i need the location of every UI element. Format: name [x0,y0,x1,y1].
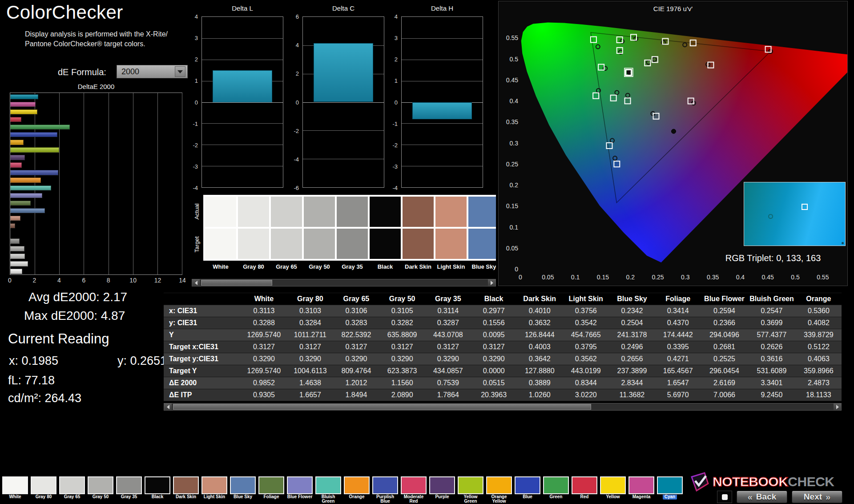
gridline [402,81,483,81]
table-cell: 0.9852 [241,377,287,389]
patch-actual-gray-65 [271,197,302,227]
swatch-name-row: WhiteGray 80Gray 65Gray 50Gray 35BlackDa… [203,263,496,270]
measure-indicator[interactable] [717,491,732,503]
table-cell: 174.4442 [655,329,701,341]
table-scrollbar[interactable] [164,403,842,411]
bottom-patch-foliage[interactable]: Foliage [257,476,286,504]
table-cell: 0.2342 [609,305,655,317]
patch-label: Cyan [656,495,684,504]
delta-h-title: Delta H [431,4,453,12]
patch-label: Blue [514,495,541,504]
patch-swatch [458,476,483,494]
gridline [35,93,35,274]
table-cell: 0.4010 [516,305,563,317]
patch-target-gray-80 [238,229,269,259]
y-tick-label: 0 [395,99,398,105]
gridline [157,93,158,274]
scroll-right-button[interactable] [834,403,841,410]
bottom-patch-blue[interactable]: Blue [513,476,542,504]
de-formula-dropdown[interactable]: 2000 [117,65,188,78]
bottom-patch-gray-35[interactable]: Gray 35 [115,476,143,504]
y-tick-label: 0.3 [510,140,519,147]
bottom-patch-yellow-green[interactable]: Yellow Green [456,476,485,504]
scrollbar-thumb[interactable] [173,404,591,410]
scrollbar-thumb[interactable] [201,280,272,286]
patch-label-text: Blue Sky [234,495,252,499]
bottom-patch-gray-50[interactable]: Gray 50 [86,476,115,504]
bottom-patch-purple[interactable]: Purple [428,476,456,504]
logo-text-notebook: NOTEBOOK [713,474,788,489]
y-tick-label: -6 [294,185,299,191]
table-cell: 1011.2711 [287,329,333,341]
results-table-container: WhiteGray 80Gray 65Gray 50Gray 35BlackDa… [164,293,842,402]
scrollbar-track[interactable] [200,279,488,286]
patch-actual-white [205,197,236,227]
delta-c-title: Delta C [332,4,354,12]
scroll-left-button[interactable] [164,403,172,410]
table-cell: 0.3290 [471,353,516,365]
bottom-patch-blue-flower[interactable]: Blue Flower [286,476,314,504]
patch-label: Green [542,495,570,504]
current-reading-label: Current Reading [8,331,109,347]
bottom-patch-dark-skin[interactable]: Dark Skin [172,476,200,504]
table-cell: 0.4370 [655,317,701,329]
bottom-patch-gray-65[interactable]: Gray 65 [58,476,86,504]
scroll-left-button[interactable] [192,279,200,286]
table-row-target-y: Target Y1269.57401004.6113809.4764623.38… [164,365,842,377]
bottom-patch-light-skin[interactable]: Light Skin [200,476,229,504]
bottom-patch-purplish-blue[interactable]: Purplish Blue [371,476,399,504]
bottom-patch-black[interactable]: Black [143,476,172,504]
table-cell: 339.8729 [796,329,842,341]
bottom-patch-moderate-red[interactable]: Moderate Red [399,476,428,504]
table-row-x-cie31: x: CIE310.31130.31030.31060.31050.31140.… [164,305,842,317]
table-cell: 443.0708 [425,329,471,341]
swatch-column-blue-sky [468,197,496,259]
x-tick-label: 0.4 [736,274,745,281]
next-button[interactable]: Next » [792,491,842,503]
y-tick-label: 0 [515,266,518,273]
scroll-right-button[interactable] [488,279,495,286]
table-cell: 0.3290 [333,353,379,365]
bottom-patch-red[interactable]: Red [570,476,599,504]
bottom-patch-orange-yellow[interactable]: Orange Yellow [485,476,513,504]
bottom-patch-bluish-green[interactable]: Bluish Green [314,476,342,504]
logo-text-check: CHECK [788,474,834,489]
bottom-patch-gray-80[interactable]: Gray 80 [29,476,58,504]
swatch-column-light-skin [435,197,467,259]
x-tick-label: 0.05 [542,274,554,281]
gridline [84,93,84,274]
bottom-patch-green[interactable]: Green [542,476,570,504]
x-tick-label: 0.25 [652,274,664,281]
patch-label-text: Bluish Green [322,495,335,504]
x-tick-label: 14 [179,277,186,284]
patch-label: Red [571,495,598,504]
patch-label: Yellow [599,495,627,504]
chevron-down-icon[interactable] [175,66,185,77]
table-cell: 623.3873 [379,365,425,377]
scrollbar-track[interactable] [172,403,834,410]
bottom-patch-blue-sky[interactable]: Blue Sky [229,476,257,504]
table-cell: 0.2547 [748,305,796,317]
patch-label-text: Blue [523,495,532,499]
patch-swatch [88,476,113,494]
patch-swatch [230,476,256,494]
bottom-patch-cyan[interactable]: Cyan [656,476,684,504]
back-button[interactable]: « Back [737,491,787,503]
de2000-bar-yellow [10,109,37,115]
table-cell: 0.3756 [563,305,609,317]
bottom-patch-white[interactable]: White [1,476,29,504]
bottom-patch-orange[interactable]: Orange [342,476,371,504]
bottom-patch-magenta[interactable]: Magenta [627,476,656,504]
bottom-patch-yellow[interactable]: Yellow [599,476,627,504]
patch-swatch [2,476,28,494]
de2000-bar-bluish-green [10,185,51,191]
gridline [303,159,384,159]
x-tick-label: 4 [57,277,61,284]
gridline [402,60,483,60]
table-cell: 0.3127 [379,341,425,353]
delta-h-bar [412,102,472,119]
y-tick-label: 4 [296,42,299,48]
patch-label-text: Foliage [263,495,279,499]
swatch-scrollbar[interactable] [192,279,496,286]
swatch-column-gray-80 [238,197,269,259]
